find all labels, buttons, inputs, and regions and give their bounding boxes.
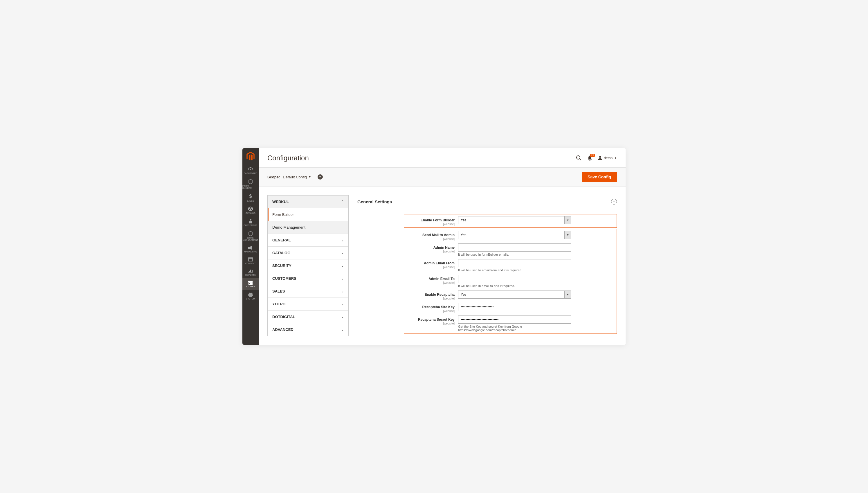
nav-catalog[interactable]: CATALOG	[243, 204, 259, 216]
chevron-down-icon: ⌄	[341, 277, 344, 280]
field-scope: [website]	[406, 265, 455, 269]
config-section-dotdigital[interactable]: DOTDIGITAL ⌄	[268, 310, 348, 323]
send-mail-admin-select[interactable]: Yes	[458, 231, 571, 239]
search-button[interactable]	[576, 155, 582, 161]
section-label: CUSTOMERS	[272, 276, 296, 281]
nav-label: MARKETING	[244, 251, 257, 253]
nav-stores[interactable]: STORES	[243, 278, 259, 290]
field-hint: It will be used in email to and it requi…	[458, 284, 571, 287]
section-label: CATALOG	[272, 251, 290, 255]
nav-reports[interactable]: REPORTS	[243, 267, 259, 278]
notifications-button[interactable]: 27	[587, 155, 593, 161]
person-icon	[249, 219, 252, 223]
chevron-up-icon: ⌃	[341, 200, 344, 203]
config-section-advanced[interactable]: ADVANCED ⌄	[268, 323, 348, 336]
field-label: Admin Name	[433, 245, 455, 250]
nav-dashboard[interactable]: DASHBOARD	[243, 165, 259, 177]
chevron-down-icon: ▼	[309, 175, 311, 178]
scope-selector: Scope: Default Config ▼ ?	[267, 174, 323, 179]
settings-panel: General Settings ⌃ Enable Form Builder […	[357, 195, 617, 336]
enable-form-builder-select[interactable]: Yes	[458, 216, 571, 224]
config-section-header[interactable]: WEBKUL ⌃	[268, 195, 348, 208]
notification-badge: 27	[590, 154, 595, 157]
chevron-down-icon: ⌄	[341, 315, 344, 319]
section-label: SALES	[272, 289, 285, 294]
nav-customers[interactable]: CUSTOMERS	[243, 216, 259, 229]
scope-dropdown[interactable]: Default Config ▼	[283, 175, 311, 179]
save-config-button[interactable]: Save Config	[582, 172, 617, 182]
search-icon	[576, 155, 581, 160]
hexagon-icon	[248, 231, 253, 236]
nav-label: CUSTOMERS	[244, 224, 257, 226]
user-icon	[598, 156, 602, 160]
nav-demo-management[interactable]: DEMO MANAGEMENT	[243, 229, 259, 243]
nav-marketing[interactable]: MARKETING	[243, 243, 259, 255]
chevron-down-icon: ⌄	[341, 264, 344, 267]
recaptcha-secret-key-input[interactable]	[458, 316, 571, 324]
chevron-up-icon: ⌃	[613, 200, 615, 203]
nav-label: CONTENT	[245, 262, 256, 264]
user-menu[interactable]: demo ▼	[598, 156, 617, 160]
config-section-catalog[interactable]: CATALOG ⌄	[268, 246, 348, 259]
nav-label: DEMO MANAGEMENT	[243, 237, 259, 241]
chevron-down-icon: ▼	[614, 156, 617, 159]
store-icon	[248, 281, 253, 285]
bar-chart-icon	[248, 269, 253, 273]
nav-label: DASHBOARD	[244, 172, 257, 174]
nav-label: FORM BUILDER	[243, 185, 259, 189]
admin-email-from-input[interactable]	[458, 259, 571, 267]
highlight-mail-settings: Send Mail to Admin [website] Yes ▼	[404, 229, 617, 334]
field-label: Admin Email To	[429, 277, 455, 281]
box-icon	[248, 207, 253, 211]
admin-name-input[interactable]	[458, 243, 571, 252]
section-label: SECURITY	[272, 263, 292, 268]
megaphone-icon	[248, 246, 253, 250]
nav-label: SALES	[247, 200, 254, 202]
admin-sidebar: DASHBOARD FORM BUILDER $ SALES CATALOG C…	[243, 148, 259, 345]
help-button[interactable]: ?	[318, 174, 323, 179]
config-section-customers[interactable]: CUSTOMERS ⌄	[268, 272, 348, 285]
user-label: demo	[604, 156, 613, 160]
config-section-webkul: WEBKUL ⌃ Form Builder Demo Management GE…	[267, 195, 349, 336]
config-section-yotpo[interactable]: YOTPO ⌄	[268, 298, 348, 310]
nav-form-builder[interactable]: FORM BUILDER	[243, 177, 259, 191]
config-content-area: WEBKUL ⌃ Form Builder Demo Management GE…	[259, 187, 625, 345]
chevron-down-icon: ⌄	[341, 290, 344, 293]
recaptcha-site-key-input[interactable]	[458, 303, 571, 311]
collapse-button[interactable]: ⌃	[611, 199, 617, 205]
main-content: Configuration 27 demo ▼ Scope:	[259, 148, 625, 345]
field-scope: [website]	[406, 281, 455, 284]
highlight-enable-form-builder: Enable Form Builder [website] Yes ▼	[404, 214, 617, 228]
admin-email-to-input[interactable]	[458, 275, 571, 283]
field-scope: [website]	[406, 250, 455, 253]
config-subitem-demo-management[interactable]: Demo Management	[268, 221, 348, 234]
enable-recaptcha-select[interactable]: Yes	[458, 291, 571, 299]
section-label: YOTPO	[272, 302, 285, 306]
section-label: GENERAL	[272, 238, 291, 242]
toolbar: Scope: Default Config ▼ ? Save Config	[259, 167, 625, 187]
field-label: Recaptcha Secret Key	[418, 318, 455, 322]
chevron-down-icon: ⌄	[341, 302, 344, 306]
field-label: Enable Form Builder	[421, 218, 455, 222]
nav-label: CATALOG	[246, 212, 256, 214]
magento-logo[interactable]	[245, 151, 256, 162]
nav-system[interactable]: SYSTEM	[243, 290, 259, 302]
section-title-row: General Settings ⌃	[357, 195, 617, 208]
config-section-security[interactable]: SECURITY ⌄	[268, 259, 348, 272]
field-label: Enable Recaptcha	[425, 293, 455, 297]
dashboard-icon	[248, 167, 253, 171]
config-section-general[interactable]: GENERAL ⌄	[268, 234, 348, 246]
hexagon-icon	[248, 179, 253, 184]
config-subitem-form-builder[interactable]: Form Builder	[268, 208, 348, 221]
nav-content[interactable]: CONTENT	[243, 255, 259, 267]
config-nav: WEBKUL ⌃ Form Builder Demo Management GE…	[267, 195, 349, 336]
nav-label: REPORTS	[245, 274, 256, 276]
gear-icon	[248, 292, 253, 297]
nav-sales[interactable]: $ SALES	[243, 191, 259, 204]
dollar-icon: $	[249, 194, 252, 199]
config-section-sales[interactable]: SALES ⌄	[268, 285, 348, 298]
scope-label: Scope:	[267, 175, 280, 179]
scope-value: Default Config	[283, 175, 306, 179]
header-actions: 27 demo ▼	[576, 155, 617, 161]
nav-label: STORES	[246, 285, 255, 287]
